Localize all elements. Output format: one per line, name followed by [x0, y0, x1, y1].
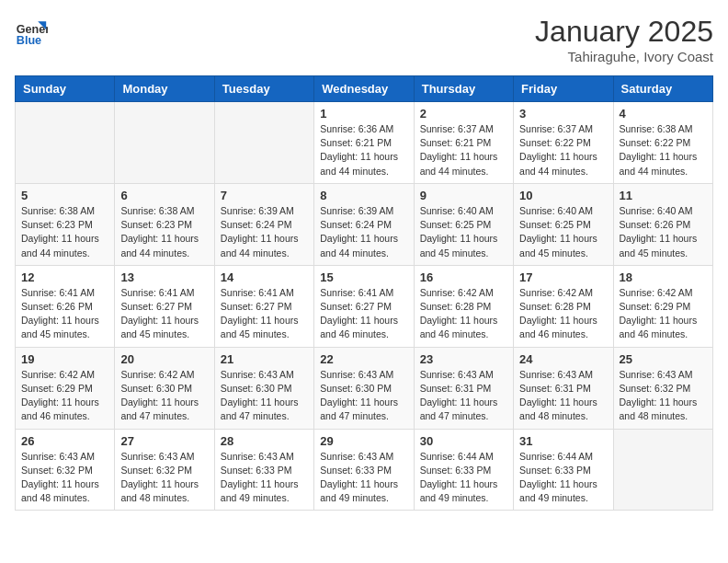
day-content: Sunrise: 6:37 AMSunset: 6:22 PMDaylight:…: [519, 122, 607, 178]
day-header-monday: Monday: [115, 76, 214, 102]
day-number: 28: [221, 434, 308, 448]
day-content: Sunrise: 6:40 AMSunset: 6:25 PMDaylight:…: [519, 204, 607, 260]
logo-icon: General Blue: [15, 15, 48, 48]
calendar-cell: 17Sunrise: 6:42 AMSunset: 6:28 PMDayligh…: [514, 265, 613, 347]
day-content: Sunrise: 6:41 AMSunset: 6:27 PMDaylight:…: [221, 286, 308, 342]
day-content: Sunrise: 6:43 AMSunset: 6:33 PMDaylight:…: [320, 450, 407, 506]
day-number: 27: [120, 434, 208, 448]
day-content: Sunrise: 6:40 AMSunset: 6:25 PMDaylight:…: [420, 204, 507, 260]
day-content: Sunrise: 6:37 AMSunset: 6:21 PMDaylight:…: [420, 122, 507, 178]
day-content: Sunrise: 6:43 AMSunset: 6:31 PMDaylight:…: [519, 368, 607, 424]
day-content: Sunrise: 6:41 AMSunset: 6:27 PMDaylight:…: [120, 286, 208, 342]
day-number: 2: [420, 107, 507, 121]
day-number: 22: [320, 352, 407, 366]
day-content: Sunrise: 6:43 AMSunset: 6:30 PMDaylight:…: [221, 368, 308, 424]
calendar-cell: 14Sunrise: 6:41 AMSunset: 6:27 PMDayligh…: [214, 265, 313, 347]
calendar-cell: 5Sunrise: 6:38 AMSunset: 6:23 PMDaylight…: [16, 183, 115, 265]
calendar-cell: 29Sunrise: 6:43 AMSunset: 6:33 PMDayligh…: [314, 429, 414, 511]
calendar-cell: 13Sunrise: 6:41 AMSunset: 6:27 PMDayligh…: [115, 265, 214, 347]
calendar-cell: 16Sunrise: 6:42 AMSunset: 6:28 PMDayligh…: [414, 265, 513, 347]
day-content: Sunrise: 6:42 AMSunset: 6:28 PMDaylight:…: [519, 286, 607, 342]
day-number: 29: [320, 434, 407, 448]
day-number: 16: [420, 270, 507, 284]
calendar-cell: 25Sunrise: 6:43 AMSunset: 6:32 PMDayligh…: [613, 347, 712, 429]
day-number: 11: [620, 189, 707, 202]
calendar-cell: 15Sunrise: 6:41 AMSunset: 6:27 PMDayligh…: [314, 265, 414, 347]
day-content: Sunrise: 6:41 AMSunset: 6:27 PMDaylight:…: [320, 286, 407, 342]
calendar-week-2: 5Sunrise: 6:38 AMSunset: 6:23 PMDaylight…: [16, 183, 713, 265]
calendar-cell: 22Sunrise: 6:43 AMSunset: 6:30 PMDayligh…: [314, 347, 414, 429]
day-number: 14: [221, 270, 308, 284]
logo: General Blue: [15, 15, 48, 48]
calendar-cell: 26Sunrise: 6:43 AMSunset: 6:32 PMDayligh…: [16, 429, 115, 511]
calendar-cell: 10Sunrise: 6:40 AMSunset: 6:25 PMDayligh…: [514, 183, 613, 265]
day-content: Sunrise: 6:39 AMSunset: 6:24 PMDaylight:…: [320, 204, 407, 260]
day-number: 21: [221, 352, 308, 366]
day-number: 7: [221, 189, 308, 202]
calendar-cell: 31Sunrise: 6:44 AMSunset: 6:33 PMDayligh…: [514, 429, 613, 511]
calendar-cell: 6Sunrise: 6:38 AMSunset: 6:23 PMDaylight…: [115, 183, 214, 265]
location-subtitle: Tahiraguhe, Ivory Coast: [535, 49, 713, 64]
day-number: 6: [120, 189, 208, 202]
day-number: 5: [21, 189, 108, 202]
day-content: Sunrise: 6:43 AMSunset: 6:32 PMDaylight:…: [620, 368, 707, 424]
calendar-week-5: 26Sunrise: 6:43 AMSunset: 6:32 PMDayligh…: [16, 429, 713, 511]
calendar-week-4: 19Sunrise: 6:42 AMSunset: 6:29 PMDayligh…: [16, 347, 713, 429]
calendar-cell: 28Sunrise: 6:43 AMSunset: 6:33 PMDayligh…: [214, 429, 313, 511]
page-header: General Blue January 2025 Tahiraguhe, Iv…: [15, 15, 713, 64]
day-number: 15: [320, 270, 407, 284]
day-content: Sunrise: 6:43 AMSunset: 6:32 PMDaylight:…: [120, 450, 208, 506]
day-header-sunday: Sunday: [16, 76, 115, 102]
day-number: 3: [519, 107, 607, 121]
calendar-header-row: SundayMondayTuesdayWednesdayThursdayFrid…: [16, 76, 713, 102]
calendar-cell: 24Sunrise: 6:43 AMSunset: 6:31 PMDayligh…: [514, 347, 613, 429]
calendar-cell: 1Sunrise: 6:36 AMSunset: 6:21 PMDaylight…: [314, 102, 414, 184]
day-content: Sunrise: 6:41 AMSunset: 6:26 PMDaylight:…: [21, 286, 108, 342]
calendar-cell: [16, 102, 115, 184]
title-block: January 2025 Tahiraguhe, Ivory Coast: [535, 15, 713, 64]
day-content: Sunrise: 6:43 AMSunset: 6:30 PMDaylight:…: [320, 368, 407, 424]
month-title: January 2025: [535, 15, 713, 49]
calendar-cell: 30Sunrise: 6:44 AMSunset: 6:33 PMDayligh…: [414, 429, 513, 511]
calendar-table: SundayMondayTuesdayWednesdayThursdayFrid…: [15, 75, 713, 511]
day-header-thursday: Thursday: [414, 76, 513, 102]
day-number: 24: [519, 352, 607, 366]
day-content: Sunrise: 6:42 AMSunset: 6:30 PMDaylight:…: [120, 368, 208, 424]
day-number: 30: [420, 434, 507, 448]
calendar-cell: 4Sunrise: 6:38 AMSunset: 6:22 PMDaylight…: [613, 102, 712, 184]
day-number: 8: [320, 189, 407, 202]
day-number: 9: [420, 189, 507, 202]
day-number: 23: [420, 352, 507, 366]
calendar-cell: 21Sunrise: 6:43 AMSunset: 6:30 PMDayligh…: [214, 347, 313, 429]
day-content: Sunrise: 6:38 AMSunset: 6:23 PMDaylight:…: [21, 204, 108, 260]
day-header-wednesday: Wednesday: [314, 76, 414, 102]
calendar-cell: 27Sunrise: 6:43 AMSunset: 6:32 PMDayligh…: [115, 429, 214, 511]
calendar-cell: 3Sunrise: 6:37 AMSunset: 6:22 PMDaylight…: [514, 102, 613, 184]
calendar-cell: 18Sunrise: 6:42 AMSunset: 6:29 PMDayligh…: [613, 265, 712, 347]
day-number: 17: [519, 270, 607, 284]
day-content: Sunrise: 6:42 AMSunset: 6:29 PMDaylight:…: [21, 368, 108, 424]
day-number: 12: [21, 270, 108, 284]
calendar-week-1: 1Sunrise: 6:36 AMSunset: 6:21 PMDaylight…: [16, 102, 713, 184]
day-content: Sunrise: 6:44 AMSunset: 6:33 PMDaylight:…: [519, 450, 607, 506]
day-number: 31: [519, 434, 607, 448]
day-content: Sunrise: 6:42 AMSunset: 6:28 PMDaylight:…: [420, 286, 507, 342]
calendar-cell: 11Sunrise: 6:40 AMSunset: 6:26 PMDayligh…: [613, 183, 712, 265]
day-number: 26: [21, 434, 108, 448]
day-content: Sunrise: 6:42 AMSunset: 6:29 PMDaylight:…: [620, 286, 707, 342]
calendar-cell: 8Sunrise: 6:39 AMSunset: 6:24 PMDaylight…: [314, 183, 414, 265]
day-number: 19: [21, 352, 108, 366]
calendar-cell: [214, 102, 313, 184]
calendar-cell: 19Sunrise: 6:42 AMSunset: 6:29 PMDayligh…: [16, 347, 115, 429]
calendar-cell: 12Sunrise: 6:41 AMSunset: 6:26 PMDayligh…: [16, 265, 115, 347]
calendar-cell: 2Sunrise: 6:37 AMSunset: 6:21 PMDaylight…: [414, 102, 513, 184]
day-number: 18: [620, 270, 707, 284]
day-content: Sunrise: 6:38 AMSunset: 6:23 PMDaylight:…: [120, 204, 208, 260]
day-content: Sunrise: 6:43 AMSunset: 6:32 PMDaylight:…: [21, 450, 108, 506]
calendar-cell: 9Sunrise: 6:40 AMSunset: 6:25 PMDaylight…: [414, 183, 513, 265]
calendar-cell: 20Sunrise: 6:42 AMSunset: 6:30 PMDayligh…: [115, 347, 214, 429]
day-content: Sunrise: 6:43 AMSunset: 6:31 PMDaylight:…: [420, 368, 507, 424]
day-content: Sunrise: 6:36 AMSunset: 6:21 PMDaylight:…: [320, 122, 407, 178]
day-content: Sunrise: 6:38 AMSunset: 6:22 PMDaylight:…: [620, 122, 707, 178]
day-header-saturday: Saturday: [613, 76, 712, 102]
